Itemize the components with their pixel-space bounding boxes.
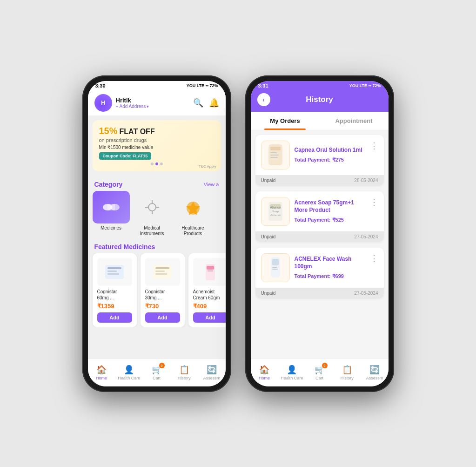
product-cognistar-30: Cognistar30mg ... ₹730 Add — [141, 253, 185, 327]
product-acnemoist: AcnemoistCream 60gm ₹409 Add — [188, 253, 226, 327]
svg-rect-12 — [107, 273, 119, 275]
order-3-menu[interactable]: ⋮ — [368, 253, 378, 264]
cognistar-60-image — [97, 258, 132, 286]
svg-rect-24 — [270, 157, 278, 158]
add-cognistar-60-button[interactable]: Add — [97, 312, 132, 323]
orders-list: Capnea Oral Solution 1ml Total Payment: … — [251, 130, 389, 386]
add-acnemoist-button[interactable]: Add — [193, 312, 226, 323]
assessment-label-right: Assessm — [366, 376, 383, 380]
svg-rect-16 — [155, 273, 167, 275]
tabs-container: My Orders Appointment — [251, 112, 389, 130]
svg-rect-33 — [272, 269, 278, 270]
medicines-label: Medicines — [101, 225, 121, 231]
order-2-details: Acnerex Soap 75gm+1 More Product Total P… — [295, 199, 363, 223]
banner-dots — [99, 162, 215, 165]
cart-icon-left: 🛒0 — [152, 365, 162, 375]
order-3-main: ACNELEX Face Wash 100gm Total Payment: ₹… — [255, 248, 384, 288]
order-3-status: Unpaid — [261, 291, 276, 296]
order-1-payment: Total Payment: ₹275 — [295, 157, 363, 163]
order-2-name: Acnerex Soap 75gm+1 More Product — [295, 199, 363, 214]
promo-banner: 15% FLAT OFF on prescription drugs Min ₹… — [93, 120, 221, 171]
banner-subtitle: on prescription drugs — [99, 137, 215, 143]
category-medical-instruments[interactable]: MedicalInstruments — [134, 191, 171, 237]
cart-badge-right: 0 — [322, 363, 328, 368]
nav-history-left[interactable]: 📋 History — [170, 359, 198, 386]
back-button[interactable]: ‹ — [257, 93, 270, 106]
username: Hritik — [116, 97, 149, 104]
svg-text:Allerton: Allerton — [270, 206, 281, 209]
view-all-link[interactable]: View a — [204, 182, 219, 187]
order-2: AllertonSoapAcnerex Acnerex Soap 75gm+1 … — [255, 191, 384, 242]
status-icons-right: YOU LTE ▪▪ 72% — [349, 83, 381, 88]
assessment-label-left: Assessm — [203, 376, 221, 380]
order-3-payment: Total Payment: ₹699 — [295, 273, 363, 279]
category-healthcare-products[interactable]: HealthcareProducts — [174, 191, 212, 237]
nav-assessment-left[interactable]: 🔄 Assessm — [198, 359, 225, 386]
time-left: 3:30 — [95, 83, 106, 88]
coupon-code: Coupon Code: FLAT15 — [99, 152, 152, 160]
order-1-menu[interactable]: ⋮ — [368, 141, 378, 151]
bottom-nav-left: 🏠 Home 👤 Health Care 🛒0 Cart 📋 History — [88, 359, 226, 386]
bell-icon[interactable]: 🔔 — [209, 98, 219, 108]
instruments-label: MedicalInstruments — [140, 225, 164, 237]
category-medicines[interactable]: Medicines — [93, 191, 130, 237]
healthcare-image — [174, 191, 212, 223]
add-cognistar-30-button[interactable]: Add — [145, 312, 180, 323]
order-2-payment: Total Payment: ₹525 — [295, 217, 363, 223]
discount-percent: 15% — [99, 126, 118, 136]
tab-appointment[interactable]: Appointment — [320, 112, 389, 130]
cart-badge-left: 0 — [159, 363, 165, 368]
nav-healthcare-right[interactable]: 👤 Health Care — [278, 359, 306, 386]
home-label-left: Home — [96, 376, 107, 380]
tab-my-orders[interactable]: My Orders — [251, 112, 320, 130]
category-section-header: Category View a — [88, 176, 226, 191]
svg-rect-15 — [155, 271, 165, 272]
svg-rect-11 — [107, 271, 117, 272]
history-label-right: History — [341, 376, 354, 380]
svg-rect-22 — [270, 152, 277, 153]
order-1-details: Capnea Oral Solution 1ml Total Payment: … — [295, 147, 363, 163]
order-1-date: 28-05-2024 — [354, 178, 378, 183]
dot-3[interactable] — [160, 162, 163, 165]
order-2-date: 27-05-2024 — [354, 234, 378, 239]
svg-rect-21 — [270, 147, 281, 150]
dot-2[interactable] — [155, 162, 158, 165]
order-2-status: Unpaid — [261, 234, 276, 239]
order-2-menu[interactable]: ⋮ — [368, 197, 378, 207]
medicines-image — [93, 191, 130, 223]
add-address[interactable]: + Add Address ▾ — [116, 104, 149, 109]
nav-assessment-right[interactable]: 🔄 Assessm — [361, 359, 388, 386]
history-icon-right: 📋 — [342, 365, 352, 375]
order-3-details: ACNELEX Face Wash 100gm Total Payment: ₹… — [295, 256, 363, 279]
cognistar-30-price: ₹730 — [145, 303, 180, 310]
avatar-area: H Hritik + Add Address ▾ — [94, 94, 149, 112]
search-icon[interactable]: 🔍 — [193, 98, 203, 108]
order-1-main: Capnea Oral Solution 1ml Total Payment: … — [255, 135, 384, 175]
nav-cart-left[interactable]: 🛒0 Cart — [143, 359, 170, 386]
acnerex-image: AllertonSoapAcnerex — [261, 197, 290, 226]
nav-cart-right[interactable]: 🛒0 Cart — [306, 359, 333, 386]
history-title: History — [306, 95, 333, 104]
healthcare-icon-left: 👤 — [124, 365, 134, 375]
category-list: Medicines MedicalInstruments HealthcareP… — [88, 191, 226, 239]
nav-history-right[interactable]: 📋 History — [333, 359, 361, 386]
svg-rect-18 — [207, 266, 214, 270]
svg-rect-19 — [208, 271, 213, 271]
instruments-image — [134, 191, 171, 223]
cognistar-60-price: ₹1359 — [97, 303, 132, 310]
svg-rect-32 — [272, 267, 277, 268]
home-header: H Hritik + Add Address ▾ 🔍 🔔 — [88, 90, 226, 115]
nav-home-right[interactable]: 🏠 Home — [251, 359, 278, 386]
nav-healthcare-left[interactable]: 👤 Health Care — [115, 359, 143, 386]
right-phone: 3:31 YOU LTE ▪▪ 72% ‹ History My Orders … — [245, 75, 394, 392]
home-label-right: Home — [259, 376, 270, 380]
avatar: H — [94, 94, 112, 112]
healthcare-label: HealthcareProducts — [181, 225, 204, 237]
dot-1[interactable] — [151, 162, 154, 165]
header-icons: 🔍 🔔 — [193, 98, 219, 108]
nav-home-left[interactable]: 🏠 Home — [88, 359, 115, 386]
healthcare-icon-right: 👤 — [287, 365, 297, 375]
svg-point-3 — [148, 203, 156, 211]
order-3-date: 27-05-2024 — [354, 291, 378, 296]
time-right: 3:31 — [258, 83, 268, 88]
